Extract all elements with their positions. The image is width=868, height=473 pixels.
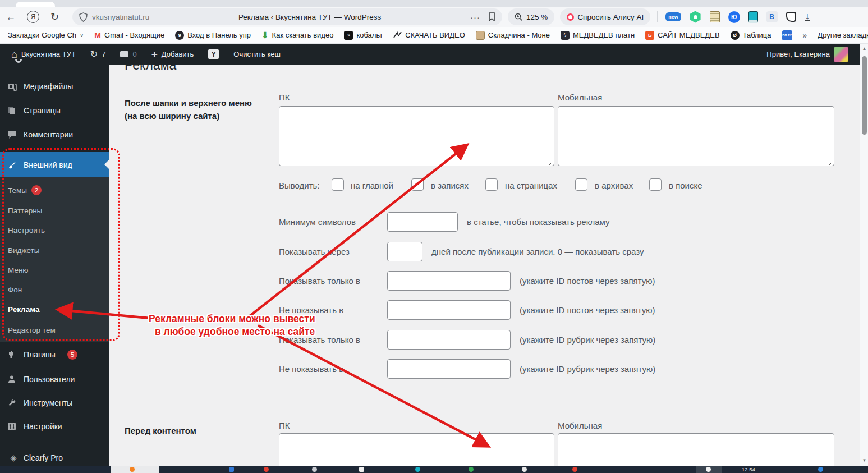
more-dots-icon[interactable]: ··· (470, 12, 480, 22)
taskbar-icon[interactable] (312, 467, 317, 472)
browser-toolbar: ← Я ↻ vkusnyatinatut.ru Реклама ‹ Вкусня… (0, 7, 868, 27)
taskbar-icon[interactable] (130, 467, 135, 472)
before-content-mobile-textarea[interactable] (558, 433, 834, 466)
bookmarks-bar: Закладки Google Ch∨ MGmail - Входящие 9В… (0, 27, 868, 44)
plus-icon: + (151, 49, 158, 59)
after-header-mobile-textarea[interactable] (558, 106, 834, 166)
sidebar-item-comments[interactable]: Комментарии (0, 125, 109, 144)
show-only-cats-input[interactable] (387, 330, 511, 350)
bookmark-skachat-video[interactable]: СКАЧАТЬ ВИДЕО (393, 31, 465, 39)
toolbar-divider (657, 11, 658, 22)
hexagon-key-extension-icon[interactable] (690, 11, 701, 23)
submenu-item-ads[interactable]: Реклама (0, 300, 109, 320)
scroll-up-icon[interactable]: ▲ (860, 46, 868, 51)
yoast-menu[interactable]: Y (204, 44, 223, 65)
taskbar-icon[interactable] (229, 467, 234, 472)
ask-alice-button[interactable]: Спросить Алису AI (560, 8, 650, 25)
downloads-icon[interactable]: ↓ (805, 12, 810, 21)
display-label: Выводить: (279, 181, 320, 190)
hide-in-cats-input[interactable] (387, 359, 511, 379)
taskbar-icon[interactable] (818, 467, 823, 472)
show-after-days-input[interactable] (387, 242, 422, 261)
appearance-brush-icon (7, 160, 20, 169)
bookmark-gmail[interactable]: MGmail - Входящие (94, 31, 164, 40)
min-chars-input[interactable] (387, 212, 458, 232)
comments-icon (7, 131, 20, 139)
sidebar-item-pages[interactable]: Страницы (0, 101, 109, 120)
bookmarks-overflow-button[interactable]: » (803, 31, 807, 40)
clear-cache-button[interactable]: Очистить кеш (229, 44, 285, 65)
sidebar-item-clearfy-pro[interactable]: ◈ Clearfy Pro (0, 448, 109, 467)
submenu-item-patterns[interactable]: Паттерны (0, 201, 109, 221)
gmail-icon: M (94, 31, 101, 40)
b-extension-icon[interactable]: B (766, 11, 778, 22)
hide-in-posts-input[interactable] (387, 300, 511, 320)
wp-sidebar: Медиафайлы Страницы Комментарии Внешний … (0, 65, 109, 466)
checkbox-pages[interactable] (485, 178, 498, 191)
show-only-posts-hint: (укажите ID постов через запятую) (520, 276, 655, 286)
magnifier-plus-icon (515, 13, 523, 21)
browser-scrollbar[interactable]: ▲ ▼ (860, 44, 868, 473)
before-content-pc-textarea[interactable] (279, 433, 554, 466)
bookmark-folder-google[interactable]: Закладки Google Ch∨ (8, 31, 84, 39)
zoom-level: 125 % (526, 13, 548, 21)
submenu-item-menus[interactable]: Меню (0, 260, 109, 281)
taskbar-icon[interactable] (469, 467, 474, 472)
bookmark-icon[interactable] (488, 12, 495, 21)
sidebar-item-plugins[interactable]: Плагины 5 (0, 345, 109, 364)
active-tab[interactable] (16, 2, 55, 7)
new-extension-icon[interactable]: new (665, 12, 681, 21)
back-icon[interactable]: ← (0, 12, 21, 22)
scroll-down-icon[interactable]: ▼ (860, 458, 868, 463)
notebook-extension-icon[interactable] (748, 11, 758, 23)
after-header-pc-textarea[interactable] (279, 106, 554, 166)
scrollbar-thumb[interactable] (862, 56, 867, 135)
account-menu[interactable]: Привет, Екатерина (762, 44, 853, 65)
add-new-menu[interactable]: + Добавить (147, 44, 199, 65)
url-bar[interactable]: vkusnyatinatut.ru Реклама ‹ Вкуснятина Т… (72, 8, 502, 25)
sidebar-item-users[interactable]: Пользователи (0, 370, 109, 389)
bookmark-skladchina[interactable]: Складчина - Моне (476, 31, 550, 40)
bookmark-cobalt[interactable]: »кобальт (344, 31, 383, 40)
submenu-item-theme-editor[interactable]: Редактор тем (0, 320, 109, 341)
bookmark-download-video[interactable]: ⬇Как скачать видео (261, 30, 333, 40)
checkbox-archives[interactable] (575, 178, 587, 191)
submenu-item-widgets[interactable]: Виджеты (0, 241, 109, 261)
zoom-control[interactable]: 125 % (508, 8, 554, 25)
submenu-item-background[interactable]: Фон (0, 280, 109, 300)
submenu-item-customize[interactable]: Настроить (0, 221, 109, 241)
taskbar-icon[interactable] (359, 467, 364, 472)
sidebar-item-appearance[interactable]: Внешний вид (0, 152, 109, 177)
pages-icon (7, 106, 20, 115)
taskbar-icon[interactable] (415, 467, 420, 472)
bookmark-grid-app[interactable]: БП РУ (782, 30, 792, 40)
outline-extension-icon[interactable] (786, 12, 796, 22)
submenu-item-themes[interactable]: Темы2 (0, 181, 109, 201)
notepad-extension-icon[interactable] (710, 11, 720, 22)
comments-menu[interactable]: 0 (116, 44, 141, 65)
bookmark-medvedev-pay[interactable]: ϟМЕДВЕДЕВ платн (561, 31, 635, 40)
taskbar-icon[interactable] (522, 467, 527, 472)
sidebar-item-media[interactable]: Медиафайлы (0, 77, 109, 96)
sidebar-item-settings[interactable]: Настройки (0, 417, 109, 436)
checkbox-home[interactable] (332, 178, 344, 191)
checkbox-search[interactable] (649, 178, 662, 191)
hide-in-cats-label: Не показывать в (279, 364, 343, 374)
min-chars-hint: в статье, чтобы показывать рекламу (467, 217, 609, 227)
taskbar-icon[interactable] (572, 467, 577, 472)
refresh-icon[interactable]: ↻ (45, 12, 65, 22)
bookmark-panel-login[interactable]: 9Вход в Панель упр (175, 31, 251, 40)
other-bookmarks-button[interactable]: Другие закладки∨ (818, 31, 868, 39)
sidebar-item-tools[interactable]: Инструменты (0, 393, 109, 412)
bookmark-table[interactable]: ØТаблица (731, 31, 771, 40)
show-only-posts-input[interactable] (387, 271, 511, 291)
taskbar-icon[interactable] (264, 467, 269, 472)
yandex-browser-icon[interactable]: Я (27, 11, 39, 23)
bookmark-medvedev-site[interactable]: ЬСАЙТ МЕДВЕДЕВ (645, 31, 719, 40)
browser-tab-strip (0, 0, 868, 7)
blue-circle-extension-icon[interactable]: Ю (728, 11, 740, 23)
taskbar-icon[interactable] (706, 467, 711, 472)
hide-in-posts-hint: (укажите ID постов через запятую) (520, 305, 655, 315)
checkbox-posts-label: в записях (431, 181, 469, 190)
checkbox-posts[interactable] (411, 178, 424, 191)
